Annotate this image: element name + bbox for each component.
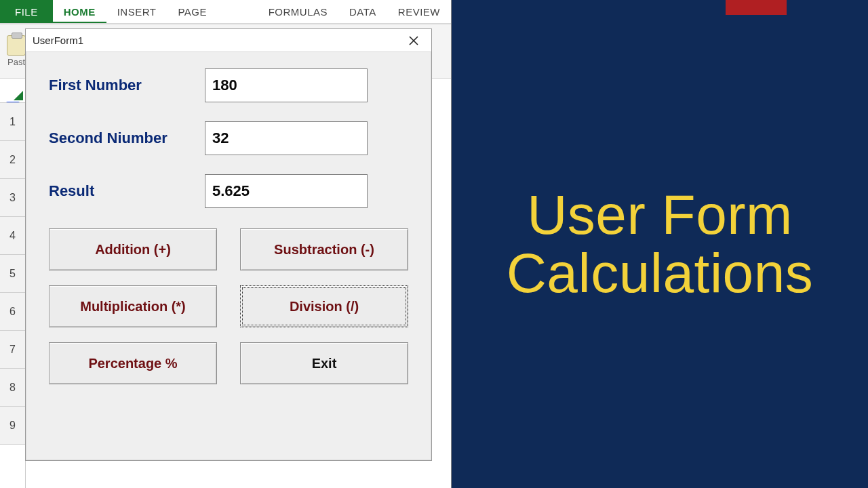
percentage-button[interactable]: Percentage % — [49, 342, 217, 384]
multiplication-button[interactable]: Multiplication (*) — [49, 285, 217, 327]
paste-button[interactable]: Past — [7, 35, 26, 67]
row-header[interactable]: 7 — [0, 331, 25, 369]
tab-insert[interactable]: INSERT — [106, 0, 167, 23]
result-label: Result — [49, 182, 205, 200]
paste-label: Past — [7, 57, 25, 67]
tab-page-layout[interactable]: PAGE LAYOUT — [167, 0, 257, 23]
clipboard-icon — [7, 35, 26, 56]
close-button[interactable] — [400, 31, 427, 50]
row-header[interactable]: 8 — [0, 369, 25, 407]
tab-formulas[interactable]: FORMULAS — [258, 0, 338, 23]
dialog-titlebar[interactable]: UserForm1 — [26, 29, 431, 52]
row-header[interactable]: 9 — [0, 407, 25, 445]
caption-panel: User Form Calculations — [452, 0, 868, 488]
close-icon — [409, 36, 418, 45]
row-header[interactable]: 3 — [0, 179, 25, 217]
dialog-title: UserForm1 — [33, 35, 83, 46]
userform-dialog: UserForm1 First Number Second Niumber — [25, 28, 432, 461]
tab-home[interactable]: HOME — [53, 0, 106, 23]
addition-button[interactable]: Addition (+) — [49, 228, 217, 270]
row-header[interactable]: 6 — [0, 293, 25, 331]
select-all-corner[interactable] — [0, 79, 26, 103]
caption-line: User Form — [507, 186, 814, 244]
first-number-input[interactable] — [205, 68, 368, 102]
tab-data[interactable]: DATA — [338, 0, 387, 23]
row-header[interactable]: 4 — [0, 217, 25, 255]
row-header[interactable]: 1 — [0, 103, 25, 141]
caption-line: Calculations — [507, 244, 814, 302]
subtraction-button[interactable]: Susbtraction (-) — [240, 228, 408, 270]
tab-review[interactable]: REVIEW — [387, 0, 451, 23]
row-header[interactable]: 2 — [0, 141, 25, 179]
exit-button[interactable]: Exit — [240, 342, 408, 384]
result-input[interactable] — [205, 174, 368, 208]
division-button[interactable]: Division (/) — [240, 285, 408, 327]
second-number-input[interactable] — [205, 121, 368, 155]
row-headers: 1 2 3 4 5 6 7 8 9 — [0, 103, 26, 488]
first-number-label: First Number — [49, 77, 205, 94]
tab-file[interactable]: FILE — [0, 0, 53, 23]
second-number-label: Second Niumber — [49, 129, 205, 147]
excel-window: FILE HOME INSERT PAGE LAYOUT FORMULAS DA… — [0, 0, 452, 488]
ribbon-tabs: FILE HOME INSERT PAGE LAYOUT FORMULAS DA… — [0, 0, 451, 24]
caption-text: User Form Calculations — [497, 186, 823, 302]
red-accent-tab — [726, 0, 787, 15]
row-header[interactable]: 5 — [0, 255, 25, 293]
